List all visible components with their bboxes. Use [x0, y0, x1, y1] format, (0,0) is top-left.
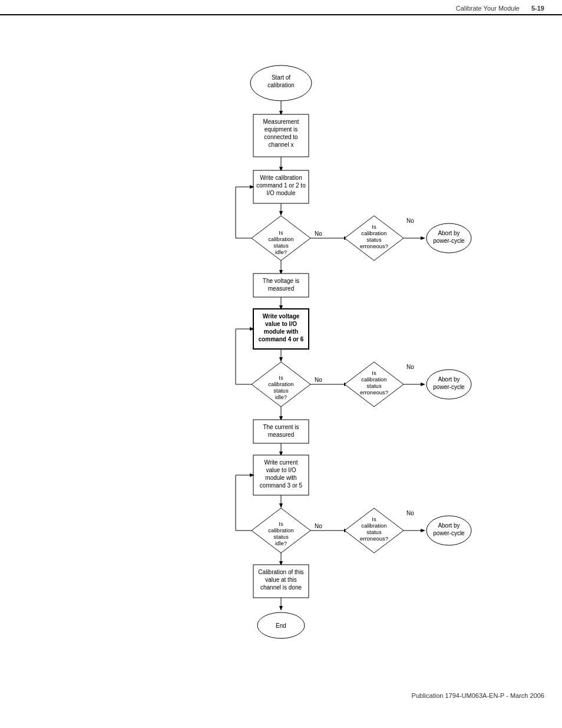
svg-text:equipment is: equipment is: [265, 126, 298, 133]
svg-text:Write voltage: Write voltage: [263, 313, 300, 319]
svg-text:command 1 or 2 to: command 1 or 2 to: [256, 182, 306, 189]
svg-text:value at this: value at this: [265, 577, 296, 583]
svg-text:The current is: The current is: [263, 424, 299, 430]
svg-text:idle?: idle?: [275, 249, 287, 255]
svg-text:idle?: idle?: [275, 394, 287, 400]
svg-text:command 3 or 5: command 3 or 5: [260, 482, 303, 489]
svg-text:Is: Is: [372, 223, 376, 230]
svg-text:Is: Is: [372, 370, 376, 376]
svg-text:channel is done: channel is done: [260, 584, 302, 591]
svg-text:status: status: [366, 529, 382, 535]
svg-text:status: status: [273, 387, 289, 394]
svg-text:calibration: calibration: [267, 82, 295, 88]
svg-text:value to I/O: value to I/O: [265, 321, 297, 327]
header-page: 5-19: [531, 5, 544, 12]
svg-text:No: No: [315, 377, 322, 383]
svg-text:calibration: calibration: [268, 236, 293, 242]
svg-text:module with: module with: [265, 475, 296, 481]
svg-text:Is: Is: [279, 374, 283, 381]
svg-text:status: status: [273, 533, 289, 540]
svg-text:measured: measured: [268, 431, 294, 438]
svg-text:Write current: Write current: [264, 459, 297, 466]
page-footer: Publication 1794-UM063A-EN-P - March 200…: [412, 692, 544, 699]
svg-text:I/O module: I/O module: [267, 190, 296, 196]
svg-text:power-cycle: power-cycle: [433, 530, 465, 536]
svg-text:Measurement: Measurement: [263, 118, 299, 125]
svg-text:channel x: channel x: [269, 141, 294, 148]
flowchart-svg: Start of calibration Measurement equipme…: [0, 15, 562, 711]
svg-text:calibration: calibration: [361, 376, 386, 383]
svg-text:No: No: [406, 510, 414, 516]
svg-text:measured: measured: [268, 285, 294, 292]
svg-text:power-cycle: power-cycle: [433, 384, 465, 390]
svg-text:status: status: [273, 242, 289, 249]
svg-text:calibration: calibration: [361, 522, 386, 529]
svg-text:status: status: [366, 236, 382, 243]
svg-text:Abort by: Abort by: [438, 376, 459, 383]
svg-text:Abort by: Abort by: [438, 230, 459, 236]
svg-text:command 4 or 6: command 4 or 6: [259, 336, 304, 342]
svg-text:value to I/O: value to I/O: [266, 467, 296, 473]
svg-text:Calibration of this: Calibration of this: [258, 569, 303, 575]
svg-text:erroneous?: erroneous?: [360, 535, 388, 542]
svg-text:No: No: [315, 230, 322, 237]
svg-text:The voltage is: The voltage is: [263, 278, 299, 284]
svg-text:No: No: [406, 218, 414, 224]
svg-text:Is: Is: [372, 516, 376, 522]
svg-text:power-cycle: power-cycle: [433, 238, 465, 244]
svg-text:erroneous?: erroneous?: [360, 389, 388, 396]
svg-text:Abort by: Abort by: [438, 522, 459, 529]
svg-text:Write calibration: Write calibration: [260, 174, 302, 181]
svg-text:No: No: [315, 523, 322, 529]
svg-text:End: End: [276, 622, 286, 629]
header-section: Calibrate Your Module: [456, 5, 520, 12]
svg-text:Is: Is: [279, 521, 283, 527]
svg-text:calibration: calibration: [268, 527, 293, 533]
svg-text:status: status: [366, 383, 382, 389]
svg-text:calibration: calibration: [268, 381, 293, 387]
svg-text:calibration: calibration: [361, 230, 386, 236]
svg-text:Start of: Start of: [272, 74, 290, 81]
svg-text:No: No: [406, 364, 414, 370]
page-header: Calibrate Your Module 5-19: [0, 0, 562, 15]
footer-text: Publication 1794-UM063A-EN-P - March 200…: [412, 692, 544, 699]
svg-text:Is: Is: [279, 229, 283, 236]
svg-text:module with: module with: [264, 328, 298, 335]
svg-text:idle?: idle?: [275, 540, 287, 546]
svg-text:connected to: connected to: [264, 134, 298, 140]
svg-text:erroneous?: erroneous?: [360, 243, 388, 249]
